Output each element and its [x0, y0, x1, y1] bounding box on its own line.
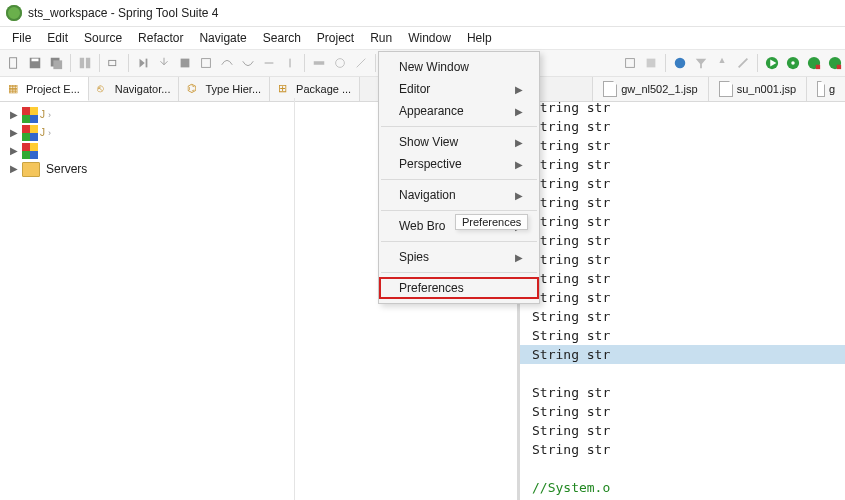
menu-item-navigation[interactable]: Navigation▶ [379, 184, 539, 206]
svg-rect-24 [837, 65, 841, 69]
svg-marker-8 [140, 59, 145, 68]
tree-item-servers[interactable]: ▶ Servers [8, 160, 286, 178]
debug-stepover-icon[interactable] [217, 53, 237, 73]
view-tab-label: Project E... [26, 83, 80, 95]
menu-separator [381, 272, 537, 273]
new-icon[interactable] [4, 53, 24, 73]
run-config2-icon[interactable] [825, 53, 845, 73]
submenu-arrow-icon: ▶ [515, 252, 523, 263]
debug-disconnect-icon[interactable] [196, 53, 216, 73]
menu-item-label: Preferences [399, 281, 464, 295]
menu-item-spies[interactable]: Spies▶ [379, 246, 539, 268]
decorator-icon: › [48, 124, 51, 142]
menu-item-label: Appearance [399, 104, 464, 118]
menu-bar: FileEditSourceRefactorNavigateSearchProj… [0, 27, 845, 49]
submenu-arrow-icon: ▶ [515, 159, 523, 170]
project-icon [22, 125, 38, 141]
project-icon [22, 143, 38, 159]
menu-item-editor[interactable]: Editor▶ [379, 78, 539, 100]
toolbar-separator [665, 54, 666, 72]
svg-rect-9 [146, 59, 148, 68]
toolbar-separator [70, 54, 71, 72]
project-explorer[interactable]: ▶ J › ▶ J › ▶ ▶ Servers [0, 98, 295, 500]
submenu-arrow-icon: ▶ [515, 106, 523, 117]
menu-separator [381, 210, 537, 211]
toggle-icon[interactable] [75, 53, 95, 73]
view-tab-icon: ⎋ [97, 82, 111, 96]
svg-point-16 [675, 58, 686, 69]
menu-file[interactable]: File [4, 29, 39, 47]
menu-item-label: Web Bro [399, 219, 445, 233]
tree-item[interactable]: ▶ [8, 142, 286, 160]
view-tab-icon: ⌬ [187, 82, 201, 96]
menu-run[interactable]: Run [362, 29, 400, 47]
debug-stop-icon[interactable] [175, 53, 195, 73]
toolbar-separator [375, 54, 376, 72]
svg-rect-10 [181, 59, 190, 68]
submenu-arrow-icon: ▶ [515, 190, 523, 201]
build-icon[interactable] [309, 53, 329, 73]
menu-item-appearance[interactable]: Appearance▶ [379, 100, 539, 122]
file-icon [817, 81, 825, 97]
svg-rect-11 [202, 59, 211, 68]
svg-rect-2 [32, 59, 39, 62]
debug-run-icon[interactable] [259, 53, 279, 73]
debug-button-icon[interactable] [783, 53, 803, 73]
menu-project[interactable]: Project [309, 29, 362, 47]
expand-caret-icon[interactable]: ▶ [8, 142, 20, 160]
view-tab-label: Package ... [296, 83, 351, 95]
menu-item-new-window[interactable]: New Window [379, 56, 539, 78]
globe-icon[interactable] [670, 53, 690, 73]
build2-icon[interactable] [330, 53, 350, 73]
task-icon[interactable] [641, 53, 661, 73]
menu-source[interactable]: Source [76, 29, 130, 47]
expand-caret-icon[interactable]: ▶ [8, 160, 20, 178]
open-type-icon[interactable] [620, 53, 640, 73]
svg-rect-7 [109, 60, 116, 65]
toolbar-separator [128, 54, 129, 72]
window-menu-dropdown[interactable]: New WindowEditor▶Appearance▶Show View▶Pe… [378, 51, 540, 304]
menu-navigate[interactable]: Navigate [191, 29, 254, 47]
menu-item-preferences[interactable]: Preferences [379, 277, 539, 299]
save-icon[interactable] [25, 53, 45, 73]
tree-item[interactable]: ▶ J › [8, 124, 286, 142]
menu-item-show-view[interactable]: Show View▶ [379, 131, 539, 153]
view-tab-icon: ⊞ [278, 82, 292, 96]
debug-stepinto-icon[interactable] [154, 53, 174, 73]
wand-icon[interactable] [733, 53, 753, 73]
menu-item-perspective[interactable]: Perspective▶ [379, 153, 539, 175]
menu-item-label: Show View [399, 135, 458, 149]
filter-icon[interactable] [691, 53, 711, 73]
submenu-arrow-icon: ▶ [515, 84, 523, 95]
menu-item-label: Perspective [399, 157, 462, 171]
menu-item-label: New Window [399, 60, 469, 74]
menu-search[interactable]: Search [255, 29, 309, 47]
editor-tab-label: g [829, 83, 835, 95]
menu-item-label: Spies [399, 250, 429, 264]
menu-window[interactable]: Window [400, 29, 459, 47]
menu-item-label: Editor [399, 82, 430, 96]
debug-drop-icon[interactable] [280, 53, 300, 73]
debug-stepreturn-icon[interactable] [238, 53, 258, 73]
svg-rect-22 [816, 65, 820, 69]
tree-item[interactable]: ▶ J › [8, 106, 286, 124]
menu-edit[interactable]: Edit [39, 29, 76, 47]
debug-skip-icon[interactable] [133, 53, 153, 73]
toolbar-separator [304, 54, 305, 72]
expand-caret-icon[interactable]: ▶ [8, 124, 20, 142]
editor-tab-label: gw_nl502_1.jsp [621, 83, 697, 95]
tree-label: Servers [46, 160, 87, 178]
save-all-icon[interactable] [46, 53, 66, 73]
svg-rect-14 [626, 59, 635, 68]
menu-help[interactable]: Help [459, 29, 500, 47]
expand-caret-icon[interactable]: ▶ [8, 106, 20, 124]
pin-icon[interactable] [712, 53, 732, 73]
build3-icon[interactable] [351, 53, 371, 73]
code-content[interactable]: String str String str String str String … [520, 98, 845, 500]
run-button-icon[interactable] [762, 53, 782, 73]
title-bar: sts_workspace - Spring Tool Suite 4 [0, 0, 845, 27]
zoom-icon[interactable] [104, 53, 124, 73]
run-config-icon[interactable] [804, 53, 824, 73]
svg-point-20 [791, 61, 795, 65]
menu-refactor[interactable]: Refactor [130, 29, 191, 47]
